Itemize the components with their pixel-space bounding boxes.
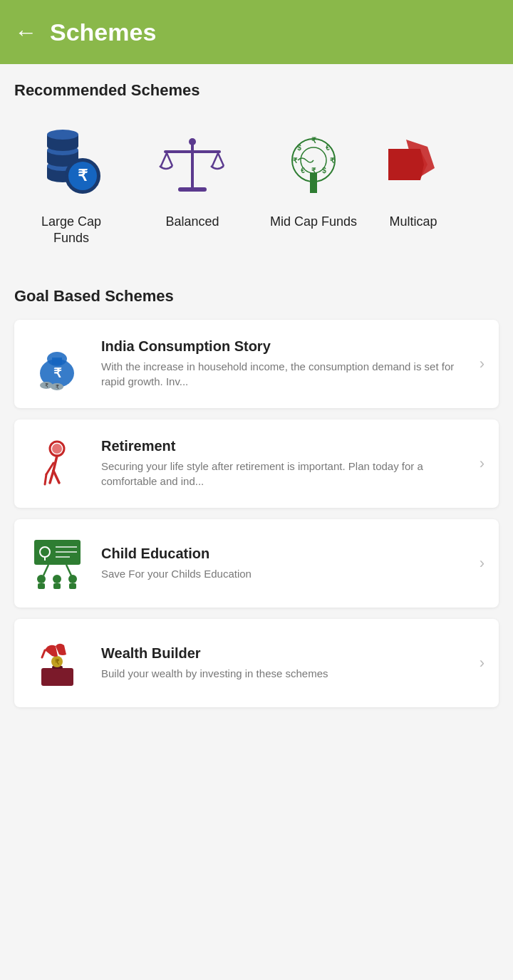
mid-cap-icon: ₹ $ € ₹ ₹ € $ ₹ xyxy=(274,125,353,204)
multicap-label: Multicap xyxy=(389,214,437,230)
consumption-title: India Consumption Story xyxy=(101,338,472,355)
multicap-icon xyxy=(378,125,449,204)
svg-rect-59 xyxy=(53,583,61,589)
retirement-title: Retirement xyxy=(101,438,472,454)
back-button[interactable]: ← xyxy=(14,19,37,46)
svg-text:₹: ₹ xyxy=(330,157,335,165)
child-education-text: Child Education Save For your Childs Edu… xyxy=(101,546,472,581)
consumption-chevron: › xyxy=(480,355,484,373)
goal-card-wealth-builder[interactable]: ₹ Wealth Builder Build your wealth by in… xyxy=(14,619,499,707)
mid-cap-label: Mid Cap Funds xyxy=(270,214,357,230)
svg-line-66 xyxy=(42,650,45,657)
child-education-chevron: › xyxy=(480,554,484,573)
svg-rect-20 xyxy=(310,173,317,193)
consumption-text: India Consumption Story With the increas… xyxy=(101,338,472,389)
wealth-builder-text: Wealth Builder Build your wealth by inve… xyxy=(101,645,472,681)
goal-card-india-consumption[interactable]: ₹ ₹ ₹ India Consumption Story With the i… xyxy=(14,320,499,408)
balanced-label: Balanced xyxy=(165,214,219,230)
svg-point-42 xyxy=(52,444,62,454)
wealth-builder-desc: Build your wealth by investing in these … xyxy=(101,666,472,681)
svg-text:₹: ₹ xyxy=(55,658,60,666)
scheme-card-large-cap[interactable]: ₹ Large Cap Funds xyxy=(14,114,128,257)
svg-point-58 xyxy=(53,575,61,583)
scheme-card-balanced[interactable]: Balanced xyxy=(135,114,249,257)
retirement-icon xyxy=(28,435,86,492)
svg-text:₹: ₹ xyxy=(78,167,88,184)
svg-rect-61 xyxy=(69,583,76,589)
svg-line-16 xyxy=(167,153,172,166)
child-education-title: Child Education xyxy=(101,546,472,562)
svg-line-55 xyxy=(66,565,71,575)
consumption-icon: ₹ ₹ ₹ xyxy=(28,335,86,392)
svg-rect-57 xyxy=(38,583,45,589)
goal-card-child-education[interactable]: Child Education Save For your Childs Edu… xyxy=(14,519,499,608)
large-cap-label: Large Cap Funds xyxy=(41,214,101,247)
header: ← Schemes xyxy=(0,0,513,64)
scheme-card-mid-cap[interactable]: ₹ $ € ₹ ₹ € $ ₹ Mid Cap Funds xyxy=(256,114,370,257)
main-content: Recommended Schemes xyxy=(0,64,513,736)
svg-text:₹: ₹ xyxy=(53,366,62,380)
child-education-icon xyxy=(28,535,86,592)
svg-point-8 xyxy=(47,130,78,140)
svg-line-46 xyxy=(50,471,53,483)
goal-card-retirement[interactable]: Retirement Securing your life style afte… xyxy=(14,419,499,508)
svg-text:$: $ xyxy=(297,144,301,152)
recommended-section-title: Recommended Schemes xyxy=(14,81,499,100)
svg-rect-62 xyxy=(41,668,73,686)
svg-rect-15 xyxy=(164,150,221,153)
recommended-schemes-list: ₹ Large Cap Funds xyxy=(14,114,499,264)
svg-line-17 xyxy=(161,153,167,166)
wealth-builder-title: Wealth Builder xyxy=(101,645,472,662)
retirement-chevron: › xyxy=(480,454,484,473)
svg-line-18 xyxy=(218,153,224,166)
svg-point-56 xyxy=(37,575,46,583)
svg-point-14 xyxy=(189,138,196,145)
retirement-text: Retirement Securing your life style afte… xyxy=(101,438,472,489)
svg-line-45 xyxy=(45,474,46,484)
svg-text:€: € xyxy=(326,144,330,152)
goal-section-title: Goal Based Schemes xyxy=(14,287,499,306)
page-title: Schemes xyxy=(50,19,156,46)
svg-rect-13 xyxy=(178,187,207,192)
goal-based-section: Goal Based Schemes ₹ ₹ ₹ xyxy=(14,287,499,707)
child-education-desc: Save For your Childs Education xyxy=(101,566,472,581)
svg-text:₹: ₹ xyxy=(293,157,298,165)
svg-rect-12 xyxy=(191,143,194,187)
wealth-builder-icon: ₹ xyxy=(28,635,86,692)
scheme-card-multicap[interactable]: Multicap xyxy=(378,114,449,257)
retirement-desc: Securing your life style after retiremen… xyxy=(101,459,472,489)
svg-text:₹: ₹ xyxy=(56,384,59,390)
svg-line-47 xyxy=(53,471,59,483)
svg-line-19 xyxy=(212,153,218,166)
balanced-icon xyxy=(153,125,232,204)
svg-rect-35 xyxy=(52,358,62,365)
large-cap-icon: ₹ xyxy=(32,125,110,204)
svg-point-60 xyxy=(68,575,77,583)
svg-line-54 xyxy=(43,565,48,575)
consumption-desc: With the increase in household income, t… xyxy=(101,359,472,389)
wealth-builder-chevron: › xyxy=(480,654,484,672)
svg-marker-32 xyxy=(388,149,424,180)
svg-text:₹: ₹ xyxy=(45,382,48,389)
svg-text:₹: ₹ xyxy=(311,136,316,145)
